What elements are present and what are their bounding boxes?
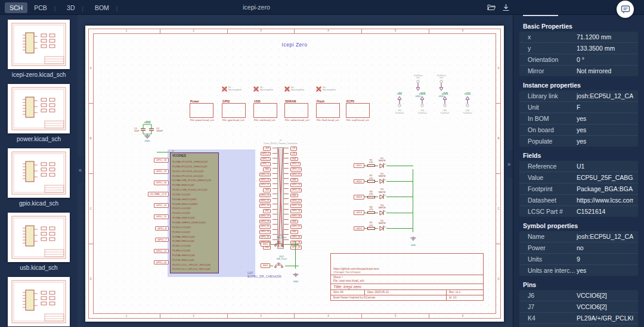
property-label: K4 [528, 314, 577, 322]
property-row: K4 PL29A/+/GR_PCLK6_0/... [519, 313, 638, 324]
switch-circuit-row[interactable]: SW2 SW_Push SW2 [261, 261, 299, 270]
frame-column-number: 5 [361, 29, 429, 33]
hierarchical-label[interactable]: GPIO_8 [155, 226, 169, 231]
fpga-pin-name: PL52D/-/LDQ32 [172, 211, 218, 216]
resistor-label: R2 470 [369, 175, 373, 180]
resistor-symbol[interactable]: R4 470 [367, 211, 375, 214]
hierarchical-label[interactable]: GPIO_16 [154, 180, 169, 185]
hierarchical-label[interactable]: GLOBAL_CLK [148, 192, 169, 197]
testpoint-name: TestPoint [459, 112, 476, 114]
testpoint-symbol[interactable]: +5V TP3 TestPoint [391, 92, 408, 115]
hierarchical-label[interactable]: GPIO_19 [154, 169, 169, 174]
resistor-symbol[interactable]: R5 470 [367, 227, 375, 230]
led-circuit-row[interactable]: LED3 R3 470 D3 WHITE [354, 193, 413, 201]
led-circuit-row[interactable]: LED1 R1 470 D1 WHITE [354, 161, 413, 170]
hierarchical-label[interactable]: GPIO_18 [154, 158, 169, 163]
hierarchical-label[interactable]: LED5 [354, 226, 364, 231]
section-title: Basic Properties [523, 23, 634, 30]
led-symbol[interactable]: D5 WHITE [378, 226, 386, 231]
hierarchical-sheet-box[interactable]: GPIO File: gpio.kicad_sch [222, 103, 246, 118]
led-circuit-row[interactable]: LED4 R4 470 D4 WHITE [354, 208, 413, 217]
schematic-page: 123456 123456 ABCD ABCD Icepi Zero Power… [85, 26, 504, 322]
connector-pin-label: GPIO_12 [290, 172, 302, 177]
hierarchical-label[interactable]: LED2 [354, 179, 364, 184]
sheet-thumbnail[interactable]: icepi-zero.kicad_sch [8, 20, 70, 82]
sheet-thumbnail[interactable] [8, 277, 70, 327]
sheet-thumbnail-image[interactable] [8, 213, 70, 262]
resistor-symbol[interactable]: R1 470 [367, 164, 375, 167]
testpoint-symbol[interactable]: +3V3 TP4 TestPoint [413, 92, 431, 115]
testpoint-gnd-arrow-icon [415, 80, 421, 92]
sheet-thumbnail-image[interactable] [8, 148, 70, 198]
sheet-thumbnail-image[interactable] [8, 84, 70, 133]
mounting-hole-symbol[interactable]: H4 MountingHole [316, 86, 336, 92]
testpoint-symbol[interactable]: +2V5 TP5 TestPoint [436, 92, 454, 115]
gnd-symbol: GND [290, 269, 301, 283]
led-symbol[interactable]: D3 WHITE [378, 194, 386, 200]
hierarchical-label[interactable]: SW1 [261, 242, 270, 247]
property-row: x 71.1200 mm [519, 32, 638, 43]
led-symbol[interactable]: D4 WHITE [378, 210, 386, 216]
led-circuit-row[interactable]: LED5 R5 470 D5 WHITE [354, 225, 413, 233]
resistor-symbol[interactable]: R2 470 [367, 180, 375, 183]
mounting-hole-symbol[interactable]: H2 MountingHole [253, 86, 273, 92]
fpga-pin-name: PL47C/+/LLC_GPLL0T_IN/LDQ44 [172, 263, 218, 267]
property-row: Reference U1 [519, 161, 638, 172]
frame-row-letters-right: ABCD [496, 33, 501, 314]
gnd-label: GND [408, 244, 419, 247]
hierarchical-label[interactable]: GPIO_12 [154, 249, 169, 254]
testpoint-name: TestPoint [436, 112, 454, 114]
hierarchical-label[interactable]: LED3 [354, 195, 364, 200]
led-symbol[interactable]: D1 WHITE [378, 163, 386, 169]
connector-pin-label: GPIO_29 [259, 219, 271, 225]
mounting-hole-symbol[interactable]: H1 MountingHole [222, 86, 242, 92]
fpga-symbol-u1f[interactable]: J7 VCCIO6[2] PL26A/+/PCLKT6_1/HS/LDQ32PL… [170, 152, 219, 273]
hierarchical-label[interactable]: GPIO_10 [154, 203, 169, 208]
fpga-pin-name: PL35C/+/LDQ32 [172, 225, 218, 230]
mounting-hole-name: MountingHole [228, 89, 242, 91]
fpga-pin-name: PL26D/-/PCLKC6_0/LDQ32 [172, 174, 218, 179]
section-fields: Fields Reference U1 Value ECP5U_25F_CABG… [513, 152, 644, 217]
open-file-icon[interactable] [487, 2, 496, 12]
section-instance-properties: Instance properties Library link josh:EC… [513, 82, 644, 147]
property-value: C1521614 [577, 208, 605, 215]
sheet-thumbnail-image[interactable] [8, 20, 70, 69]
hierarchical-label[interactable]: GPIO_15 [154, 214, 169, 219]
connector-name: Conn_02x20_Counter_Clockwise [264, 142, 297, 145]
sheet-thumbnail[interactable]: usb.kicad_sch [8, 213, 70, 275]
hierarchical-label[interactable]: SW2 [261, 263, 270, 268]
download-icon[interactable] [501, 2, 510, 12]
hierarchical-sheet-box[interactable]: Power File: power.kicad_sch [190, 103, 213, 118]
hierarchical-label[interactable]: LED4 [354, 210, 364, 215]
hierarchical-label[interactable]: GPIO_7 [155, 238, 169, 242]
hierarchical-sheet-box[interactable]: USB File: usb.kicad_sch [253, 103, 277, 118]
mounting-hole-symbol[interactable]: H3 MountingHole [284, 86, 304, 92]
sheet-thumbnail[interactable]: power.kicad_sch [8, 84, 70, 146]
sheet-thumbnail[interactable]: gpio.kicad_sch [8, 148, 70, 210]
led-diode-icon [378, 210, 386, 216]
hierarchical-sheet-box[interactable]: ECP5 File: ecp5.kicad_sch [346, 103, 370, 118]
sheet-thumbnail-image[interactable] [8, 277, 70, 326]
resistor-label: R3 470 [369, 191, 373, 196]
testpoint-symbol[interactable]: +1V1 TP6 TestPoint [459, 92, 476, 115]
chat-fab-button[interactable] [617, 1, 634, 18]
property-row: y 133.3500 mm [519, 43, 638, 54]
connector-pin-label: GPIO_28 [290, 214, 302, 219]
hierarchical-sheet-box[interactable]: Flash File: flash.kicad_sch [316, 103, 340, 118]
decoupling-caps[interactable]: +3V3 [135, 121, 159, 142]
connector-pin-label: GND [290, 157, 298, 162]
collapse-sidebar-handle[interactable]: « [76, 156, 84, 183]
mounting-hole-name: MountingHole [323, 89, 336, 91]
connector-pin-label: GPIO_5 [261, 157, 271, 162]
led-circuit-row[interactable]: LED2 R2 470 D2 WHITE [354, 177, 413, 185]
hierarchical-label[interactable]: GPIO_20 [154, 260, 169, 265]
connector-pin-label: GPIO_7 [261, 161, 271, 167]
hierarchical-label[interactable]: LED1 [354, 163, 364, 168]
collapse-properties-handle[interactable]: » [505, 150, 513, 177]
schematic-canvas[interactable]: 123456 123456 ABCD ABCD Icepi Zero Power… [78, 15, 513, 327]
led-symbol[interactable]: D2 WHITE [378, 179, 386, 184]
resistor-symbol[interactable]: R3 470 [367, 196, 375, 199]
fpga-left-net-labels: GPIO_18GPIO_19GPIO_16GLOBAL_CLKGPIO_10GP… [141, 158, 169, 272]
switch-circuit-row[interactable]: SW1 SW_Push SW1 [261, 240, 299, 248]
hierarchical-sheet-box[interactable]: SDRAM File: sdram.kicad_sch [284, 103, 308, 118]
